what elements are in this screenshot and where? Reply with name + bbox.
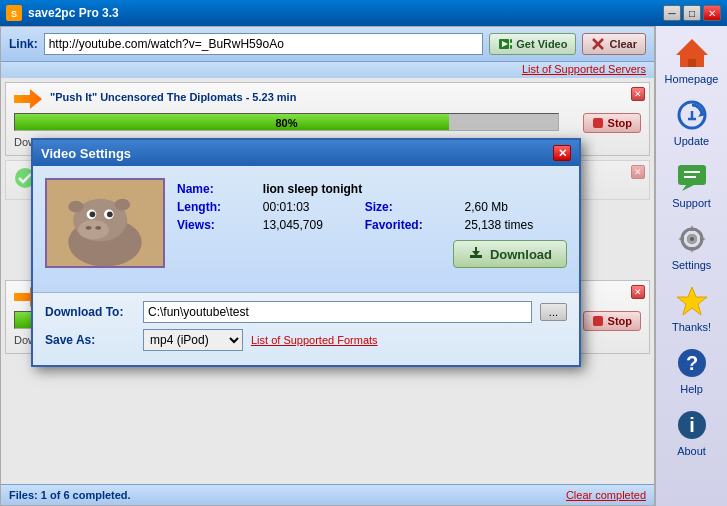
link-label: Link: [9, 37, 38, 51]
svg-rect-5 [510, 45, 512, 49]
dialog-info-row: Name: lion sleep tonight Length: 00:01:0… [45, 178, 567, 268]
video-details: Name: lion sleep tonight Length: 00:01:0… [177, 178, 567, 268]
svg-rect-34 [678, 165, 706, 185]
main-container: Link: Get Video Clear List of Supporte [0, 26, 727, 506]
download-btn-label: Download [490, 247, 552, 262]
homepage-label: Homepage [665, 73, 719, 85]
sidebar-item-settings[interactable]: Settings [660, 216, 724, 276]
stop-label: Stop [608, 117, 632, 129]
sidebar-item-thanks[interactable]: Thanks! [660, 278, 724, 338]
progress-bar: 80% [14, 113, 559, 131]
svg-rect-9 [593, 118, 603, 128]
svg-point-41 [690, 237, 694, 241]
download-to-row: Download To: ... [45, 301, 567, 323]
svg-point-21 [86, 226, 92, 230]
link-input[interactable] [44, 33, 484, 55]
svg-point-16 [78, 220, 109, 239]
files-status: Files: 1 of 6 completed. [9, 489, 131, 501]
svg-marker-35 [682, 185, 694, 191]
stop-icon [592, 117, 604, 129]
get-video-label: Get Video [516, 38, 567, 50]
svg-rect-12 [593, 316, 603, 326]
download-to-input[interactable] [143, 301, 532, 323]
save-as-label: Save As: [45, 333, 135, 347]
dialog-body: Name: lion sleep tonight Length: 00:01:0… [33, 166, 579, 292]
svg-point-24 [115, 199, 130, 211]
dialog-title: Video Settings [41, 146, 553, 161]
about-label: About [677, 445, 706, 457]
right-sidebar: Homepage Update Support [655, 26, 727, 506]
views-value: 13,045,709 [263, 218, 357, 232]
about-icon: i [674, 407, 710, 443]
svg-text:?: ? [685, 352, 697, 374]
length-value: 00:01:03 [263, 200, 357, 214]
save-as-select[interactable]: mp4 (iPod) avi mp3 flv wmv [143, 329, 243, 351]
size-value: 2,60 Mb [464, 200, 567, 214]
app-icon: S [6, 5, 22, 21]
stop-label-3: Stop [608, 315, 632, 327]
download-button[interactable]: Download [453, 240, 567, 268]
svg-text:i: i [689, 414, 695, 436]
gear-icon [674, 221, 710, 257]
save-as-row: Save As: mp4 (iPod) avi mp3 flv wmv List… [45, 329, 567, 351]
left-panel: Link: Get Video Clear List of Supporte [0, 26, 655, 506]
svg-text:S: S [11, 9, 17, 19]
link-bar: Link: Get Video Clear [1, 27, 654, 62]
item-close-button[interactable]: ✕ [631, 87, 645, 101]
stop-icon-3 [592, 315, 604, 327]
clear-icon [591, 37, 605, 51]
svg-rect-27 [475, 247, 477, 252]
arrow-orange-icon [14, 89, 42, 109]
maximize-button[interactable]: □ [683, 5, 701, 21]
download-item-title: "Push It" Uncensored The Diplomats - 5.2… [50, 91, 296, 103]
item-close-button-3[interactable]: ✕ [631, 285, 645, 299]
stop-button-1[interactable]: Stop [583, 113, 641, 133]
browse-button[interactable]: ... [540, 303, 567, 321]
svg-rect-29 [688, 59, 696, 67]
video-thumbnail [45, 178, 165, 268]
video-icon [498, 37, 512, 51]
sidebar-item-support[interactable]: Support [660, 154, 724, 214]
svg-marker-42 [677, 287, 707, 315]
supported-servers-link[interactable]: List of Supported Servers [1, 62, 654, 78]
item-close-button-2[interactable]: ✕ [631, 165, 645, 179]
length-label: Length: [177, 200, 255, 214]
sidebar-item-update[interactable]: Update [660, 92, 724, 152]
favorited-value: 25,138 times [464, 218, 567, 232]
formats-link[interactable]: List of Supported Formats [251, 334, 378, 346]
download-to-label: Download To: [45, 305, 135, 319]
get-video-button[interactable]: Get Video [489, 33, 576, 55]
download-arrow-icon [468, 246, 484, 262]
name-value: lion sleep tonight [263, 182, 567, 196]
title-bar: S save2pc Pro 3.3 ─ □ ✕ [0, 0, 727, 26]
sidebar-item-help[interactable]: ? Help [660, 340, 724, 400]
help-label: Help [680, 383, 703, 395]
minimize-button[interactable]: ─ [663, 5, 681, 21]
update-label: Update [674, 135, 709, 147]
download-list: ✕ "Push It" Uncensored The Diplomats - 5… [1, 78, 654, 484]
size-label: Size: [365, 200, 457, 214]
video-settings-dialog: Video Settings ✕ [31, 138, 581, 367]
clear-completed-link[interactable]: Clear completed [566, 489, 646, 501]
window-title: save2pc Pro 3.3 [28, 6, 663, 20]
settings-label: Settings [672, 259, 712, 271]
progress-label: 80% [15, 114, 558, 131]
sidebar-item-about[interactable]: i About [660, 402, 724, 462]
stop-button-3[interactable]: Stop [583, 311, 641, 331]
sidebar-item-homepage[interactable]: Homepage [660, 30, 724, 90]
update-icon [674, 97, 710, 133]
name-label: Name: [177, 182, 255, 196]
clear-button[interactable]: Clear [582, 33, 646, 55]
dialog-close-button[interactable]: ✕ [553, 145, 571, 161]
svg-point-20 [107, 211, 113, 217]
clear-label: Clear [609, 38, 637, 50]
close-button[interactable]: ✕ [703, 5, 721, 21]
svg-point-19 [90, 211, 96, 217]
support-label: Support [672, 197, 711, 209]
window-controls: ─ □ ✕ [663, 5, 721, 21]
support-icon [674, 159, 710, 195]
favorited-label: Favorited: [365, 218, 457, 232]
status-bar: Files: 1 of 6 completed. Clear completed [1, 484, 654, 505]
views-label: Views: [177, 218, 255, 232]
dialog-footer: Download To: ... Save As: mp4 (iPod) avi… [33, 292, 579, 365]
